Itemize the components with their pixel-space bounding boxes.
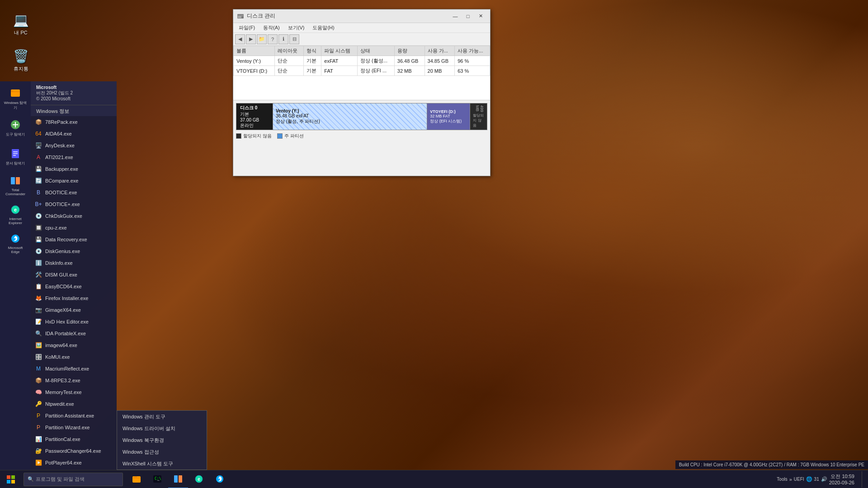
nav-doc-label: 문서 탐색기 [6,161,25,166]
app-diskinfo[interactable]: ℹ️ DiskInfo.exe [31,257,117,269]
close-button[interactable]: ✕ [475,12,486,21]
maximize-button[interactable]: □ [462,12,474,21]
app-label-dismgui: DISM GUI.exe [45,272,77,277]
row1-layout: 단순 [275,56,304,66]
legend-primary-label: 주 파티션 [284,133,304,139]
app-diskgenius[interactable]: 💿 DiskGenius.exe [31,245,117,257]
app-gimagex[interactable]: 📷 GimageX64.exe [31,304,117,316]
battery-systray[interactable]: 31 [814,477,819,482]
menu-action[interactable]: 동작(A) [259,23,283,32]
toolbar-forward[interactable]: ▶ [246,34,256,44]
disk-partition-ventoy[interactable]: Ventoy (Y:) 36.48 GB exFAT 정상 (활성, 주 파티션… [273,103,427,130]
nav-edge[interactable]: Microsoft Edge [2,230,29,257]
taskbar-terminal-pin[interactable]: C:\ _ [147,470,167,488]
app-ati2021[interactable]: A ATI2021.exe [31,151,117,163]
app-datarecovery[interactable]: 💾 Data Recovery.exe [31,234,117,245]
app-hxd[interactable]: 📝 HxD Hex Editor.exe [31,316,117,328]
app-ntpwedit[interactable]: 🔑 Ntpwedit.exe [31,398,117,410]
app-backupper[interactable]: 💾 Backupper.exe [31,163,117,175]
nav-ie-label: Internet Explorer [4,217,27,225]
nav-total-commander[interactable]: Total Commander [2,172,29,199]
toolbar-folder[interactable]: 📁 [257,34,267,44]
app-bootice[interactable]: B BOOTICE.exe [31,187,117,198]
menu-view[interactable]: 보기(V) [284,23,308,32]
taskbar-edge-pin[interactable] [210,470,230,488]
app-chkdsk[interactable]: 💿 ChkDskGuix.exe [31,210,117,222]
menu-file[interactable]: 파일(F) [235,23,259,32]
submenu-winxshell[interactable]: WinXShell 시스템 도구 [117,458,207,469]
windows-logo-icon [6,475,15,484]
minimize-button[interactable]: — [449,12,461,21]
window-titlebar[interactable]: 디스크 관리 — □ ✕ [233,9,490,23]
volume-systray-icon[interactable]: 🔊 [821,476,827,482]
app-easybcd[interactable]: 📋 EasyBCD64.exe [31,281,117,292]
nav-doc-explorer[interactable]: 문서 탐색기 [2,143,29,170]
submenu-win-driver[interactable]: Windows 드라이버 설치 [117,422,207,434]
taskbar-search-box[interactable]: 🔍 프로그램 및 파일 검색 [24,473,123,486]
submenu-win-accessibility-label: Windows 접근성 [123,449,159,455]
app-label-cpuz: cpu-z.exe [45,225,67,230]
app-partition-wiz[interactable]: P Partition Wizard.exe [31,422,117,433]
taskbar-explorer-pin[interactable] [127,470,146,488]
app-anydesk[interactable]: 🖥️ AnyDesk.exe [31,140,117,151]
toolbar-grid[interactable]: ⊟ [289,34,299,44]
submenu-win-recovery[interactable]: Windows 복구환경 [117,434,207,446]
nav-windows-explorer[interactable]: Windows 탐색기 [2,85,29,112]
toolbar-help[interactable]: ? [268,34,278,44]
row2-pct: 63 % [455,66,490,76]
app-label-memtest: MemoryTest.exe [45,389,82,395]
app-label-gimagex: GimageX64.exe [45,307,81,313]
desktop-icon-mypc[interactable]: 💻 내 PC [5,9,37,38]
app-memtest[interactable]: 🧠 MemoryTest.exe [31,386,117,398]
app-cpuz[interactable]: 🔲 cpu-z.exe [31,222,117,234]
app-macrium[interactable]: M MacriumReflect.exe [31,363,117,375]
toolbar-back[interactable]: ◀ [235,34,245,44]
disk-management-window: 디스크 관리 — □ ✕ 파일(F) 동작(A) 보기(V) 도움말(H) ◀ … [233,9,491,176]
expand-systray-icon[interactable]: » [789,477,792,482]
nav-tool-explorer[interactable]: 도구 탐색기 [2,114,29,141]
app-partitioncal[interactable]: 📊 PartitionCal.exe [31,433,117,445]
edge-icon [9,232,22,245]
app-aida64[interactable]: 64 AIDA64.exe [31,128,117,140]
toolbar-info[interactable]: ℹ [278,34,288,44]
network-systray-icon[interactable]: 🌐 [806,476,812,482]
app-pwchanger[interactable]: 🔐 PasswordChanger64.exe [31,445,117,457]
app-label-partition-asst: Partition Assistant.exe [45,413,94,418]
app-imagew[interactable]: 🖼️ imagew64.exe [31,339,117,351]
uefi-systray[interactable]: UEFI [794,477,804,482]
start-button[interactable] [0,470,22,488]
app-poweriso[interactable]: 💿 PowerISO.exe [31,469,117,470]
app-ida[interactable]: 🔍 IDA PortableX.exe [31,328,117,339]
app-bcompare[interactable]: 🔄 BCompare.exe [31,175,117,187]
apps-section-header: Windows 정보 [31,105,117,116]
app-78repack[interactable]: 📦 78RePack.exe [31,116,117,128]
taskbar-ie-pin[interactable]: e [189,470,209,488]
taskbar-clock[interactable]: 오전 10:59 2020-09-26 [829,473,854,485]
search-placeholder: 프로그램 및 파일 검색 [36,476,85,483]
app-dismgui[interactable]: 🛠️ DISM GUI.exe [31,269,117,281]
app-icon-partition-wiz: P [34,423,42,432]
app-komui[interactable]: 🎛️ KoMUI.exe [31,351,117,363]
row1-type: 기본 [304,56,321,66]
menu-help[interactable]: 도움말(H) [309,23,338,32]
submenu-win-admin[interactable]: Windows 관리 도구 [117,411,207,422]
app-icon-diskinfo: ℹ️ [34,259,42,267]
nav-ie[interactable]: e Internet Explorer [2,201,29,228]
tools-systray[interactable]: Tools [777,477,787,482]
app-potplayer[interactable]: ▶️ PotPlayer64.exe [31,457,117,469]
table-row[interactable]: VTOYEFI (D:) 단순 기본 FAT 정상 (EFI ... 32 MB… [234,66,490,76]
taskbar-active-app[interactable] [168,470,188,488]
show-desktop-btn[interactable] [862,471,864,488]
window-title-text: 디스크 관리 [247,12,275,20]
svg-rect-8 [13,155,16,156]
col-used: 사용 가... [425,46,455,56]
table-row[interactable]: Ventoy (Y:) 단순 기본 exFAT 정상 (활성... 36.48 … [234,56,490,66]
app-m8rpe[interactable]: 📦 M-8RPE3.2.exe [31,375,117,386]
app-firefox[interactable]: 🦊 Firefox Installer.exe [31,292,117,304]
submenu-win-accessibility[interactable]: Windows 접근성 [117,446,207,458]
app-booticea[interactable]: B+ BOOTICE+.exe [31,198,117,210]
disk-partition-efi[interactable]: VTOYEFI (D:) 32 MB FAT 정상 (EFI 시스템) [427,103,470,130]
disk-partition-unallocated[interactable]: 499 MB 할당되지 않음 [470,103,487,130]
app-partition-asst[interactable]: P Partition Assistant.exe [31,410,117,422]
desktop-icon-recycle[interactable]: 🗑️ 휴지통 [5,45,37,74]
